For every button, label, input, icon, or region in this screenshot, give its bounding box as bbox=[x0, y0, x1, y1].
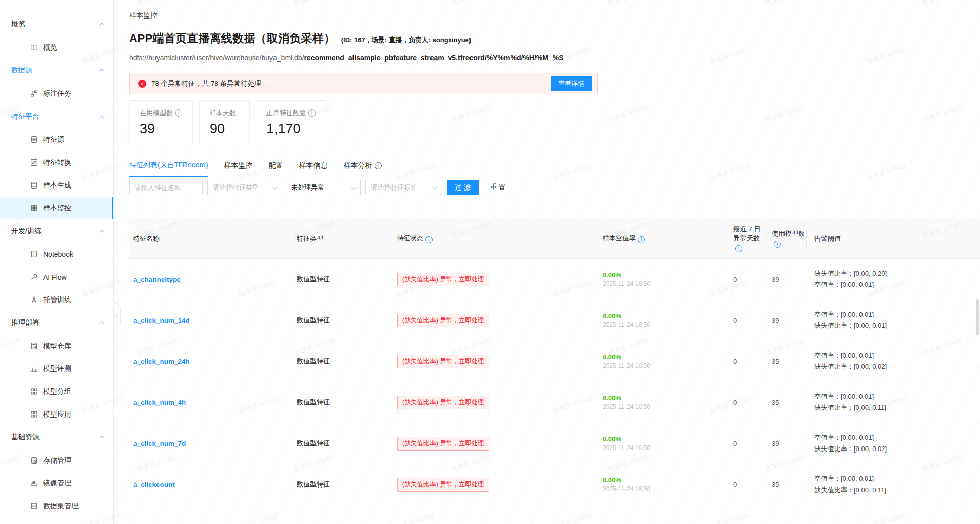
info-icon[interactable]: i bbox=[375, 162, 382, 169]
info-icon[interactable]: i bbox=[774, 241, 781, 248]
model-count-cell: 35 bbox=[767, 399, 806, 406]
feature-name-link[interactable]: a_click_num_14d bbox=[133, 317, 190, 324]
tab-样本信息[interactable]: 样本信息 bbox=[299, 161, 328, 177]
feature-name-cell: a_clickcount bbox=[129, 481, 294, 489]
tab-配置[interactable]: 配置 bbox=[269, 161, 283, 177]
sidebar-section-label: 数据源 bbox=[11, 66, 101, 75]
stat-value: 39 bbox=[140, 121, 182, 137]
model-evaluation-icon bbox=[30, 365, 38, 372]
notebook-icon bbox=[30, 250, 38, 258]
chevron-down-icon bbox=[351, 184, 357, 190]
threshold-line-2: 空值率：[0.00, 0.01] bbox=[814, 279, 980, 290]
null-rate-value: 0.00% bbox=[603, 476, 719, 484]
sidebar-item-存储管理[interactable]: 存储管理 bbox=[0, 449, 113, 472]
stat-card-样本天数: 样本天数90 bbox=[199, 100, 250, 144]
sidebar-item-label: 模型评测 bbox=[43, 364, 71, 373]
info-icon[interactable]: i bbox=[308, 109, 316, 117]
sidebar-item-特征转换[interactable]: 特征转换 bbox=[0, 151, 113, 174]
threshold-line-2: 缺失值比率：[0.00, 0.01] bbox=[814, 320, 980, 331]
sidebar-item-模型评测[interactable]: 模型评测 bbox=[0, 357, 113, 380]
info-icon[interactable]: i bbox=[735, 245, 742, 252]
sidebar-item-notebook[interactable]: Notebook bbox=[0, 243, 113, 266]
status-badge[interactable]: (缺失值比率) 异常，立即处理 bbox=[397, 355, 489, 368]
reset-button[interactable]: 重 置 bbox=[484, 180, 512, 195]
breadcrumb[interactable]: 样本监控 bbox=[129, 0, 158, 20]
column-header-告警阈值: 告警阈值 bbox=[806, 218, 980, 258]
abnormal-days-cell: 0 bbox=[719, 276, 767, 283]
status-badge[interactable]: (缺失值比率) 异常，立即处理 bbox=[397, 437, 489, 451]
sidebar-section-特征平台[interactable]: 特征平台 bbox=[0, 105, 113, 128]
feature-status-cell: (缺失值比率) 异常，立即处理 bbox=[395, 314, 585, 327]
stats-cards: 在用模型数i39样本天数90正常特征数量i1,170 bbox=[129, 100, 980, 144]
sidebar-section-开发-训练[interactable]: 开发/训练 bbox=[0, 219, 113, 243]
view-details-button[interactable]: 查看详情 bbox=[551, 76, 592, 91]
tab-label: 样本信息 bbox=[299, 161, 328, 170]
sample-generation-icon bbox=[30, 181, 38, 189]
feature-type-cell: 数值型特征 bbox=[294, 357, 395, 366]
feature-tag-select[interactable]: 请选择特征标签 bbox=[365, 180, 441, 195]
sidebar-section-概览[interactable]: 概览 bbox=[0, 13, 113, 36]
filter-button[interactable]: 过 滤 bbox=[447, 180, 479, 195]
sidebar-item-特征源[interactable]: 特征源 bbox=[0, 128, 113, 151]
sidebar-item-托管训练[interactable]: 托管训练 bbox=[0, 288, 113, 311]
sidebar-item-模型仓库[interactable]: 模型仓库 bbox=[0, 334, 113, 357]
sidebar-item-镜像管理[interactable]: 镜像管理 bbox=[0, 472, 113, 495]
sidebar-section-基础资源[interactable]: 基础资源 bbox=[0, 426, 113, 449]
hdfs-path-prefix: hdfs://huyamlcluster/user/hive/warehouse… bbox=[129, 54, 304, 62]
tab-特征列表-来自tfrecord[interactable]: 特征列表(来自TFRecord) bbox=[129, 161, 208, 177]
sidebar-collapse-handle[interactable]: ‹ bbox=[114, 303, 121, 327]
sidebar-item-样本生成[interactable]: 样本生成 bbox=[0, 174, 113, 197]
sidebar-section-label: 推理部署 bbox=[11, 318, 101, 327]
sidebar-item-数据集管理[interactable]: 数据集管理 bbox=[0, 495, 113, 517]
null-rate-timestamp: 2025-11-24 16:50 bbox=[603, 403, 719, 410]
sidebar-item-label: 托管训练 bbox=[43, 295, 71, 305]
feature-name-link[interactable]: a_click_num_24h bbox=[133, 358, 190, 365]
tab-样本分析[interactable]: 样本分析i bbox=[344, 161, 382, 177]
sidebar-item-概览[interactable]: 概览 bbox=[0, 36, 113, 59]
vertical-scrollbar-thumb[interactable] bbox=[976, 299, 979, 335]
tab-样本监控[interactable]: 样本监控 bbox=[224, 161, 253, 177]
sidebar-item-label: 模型分组 bbox=[43, 387, 71, 396]
alert-threshold-cell: 空值率：[0.00, 0.01]缺失值比率：[0.00, 0.11] bbox=[806, 391, 980, 414]
sidebar-item-模型应用[interactable]: 模型应用 bbox=[0, 403, 113, 426]
table-row: a_click_num_24h数值型特征(缺失值比率) 异常，立即处理0.00%… bbox=[129, 341, 980, 382]
table-row: a_click_num_14d数值型特征(缺失值比率) 异常，立即处理0.00%… bbox=[129, 300, 980, 341]
stat-label-text: 样本天数 bbox=[210, 108, 236, 118]
sidebar-item-ai-flow[interactable]: AI Flow bbox=[0, 266, 113, 288]
status-badge[interactable]: (缺失值比率) 异常，立即处理 bbox=[397, 273, 489, 286]
status-badge[interactable]: (缺失值比率) 异常，立即处理 bbox=[397, 478, 489, 492]
feature-name-link[interactable]: a_channeltype bbox=[133, 276, 181, 283]
feature-name-link[interactable]: a_click_num_7d bbox=[133, 440, 186, 447]
sidebar-item-label: AI Flow bbox=[43, 273, 67, 281]
alert-threshold-cell: 空值率：[0.00, 0.01]缺失值比率：[0.00, 0.02] bbox=[806, 432, 980, 455]
info-icon[interactable]: i bbox=[175, 109, 182, 117]
null-rate-cell: 0.00%2025-11-24 16:50 bbox=[585, 476, 719, 493]
sidebar-section-数据源[interactable]: 数据源 bbox=[0, 59, 113, 82]
sidebar-item-样本监控[interactable]: 样本监控 bbox=[0, 197, 113, 219]
sidebar-item-标注任务[interactable]: 标注任务 bbox=[0, 82, 113, 105]
sidebar-item-模型分组[interactable]: 模型分组 bbox=[0, 380, 113, 403]
status-select[interactable]: 未处理异常 bbox=[286, 180, 361, 195]
null-rate-value: 0.00% bbox=[603, 353, 719, 361]
image-mgmt-icon bbox=[30, 479, 38, 487]
feature-name-link[interactable]: a_clickcount bbox=[133, 481, 175, 489]
threshold-line-1: 空值率：[0.00, 0.01] bbox=[814, 473, 980, 484]
status-badge[interactable]: (缺失值比率) 异常，立即处理 bbox=[397, 314, 489, 327]
feature-name-input[interactable] bbox=[129, 180, 203, 195]
sidebar-section-推理部署[interactable]: 推理部署 bbox=[0, 311, 113, 334]
status-badge[interactable]: (缺失值比率) 异常，立即处理 bbox=[397, 396, 489, 409]
feature-type-cell: 数值型特征 bbox=[294, 275, 395, 284]
info-icon[interactable]: i bbox=[638, 236, 645, 243]
feature-type-select[interactable]: 请选择特征类型 bbox=[207, 180, 281, 195]
feature-name-link[interactable]: a_click_num_4h bbox=[133, 399, 186, 406]
feature-name-cell: a_click_num_4h bbox=[129, 399, 294, 406]
status-select-value: 未处理异常 bbox=[291, 183, 324, 192]
feature-table: 特征名称特征类型特征状态i样本空值率i最近 7 日异常天数i使用模型数i告警阈值… bbox=[129, 218, 980, 505]
column-header-label: 特征状态i bbox=[397, 234, 433, 243]
feature-source-icon bbox=[30, 136, 38, 143]
abnormal-days-cell: 0 bbox=[719, 481, 767, 489]
error-icon: × bbox=[138, 80, 146, 88]
feature-name-cell: a_click_num_24h bbox=[129, 358, 294, 365]
null-rate-timestamp: 2025-11-24 16:50 bbox=[603, 362, 719, 369]
info-icon[interactable]: i bbox=[425, 236, 433, 243]
